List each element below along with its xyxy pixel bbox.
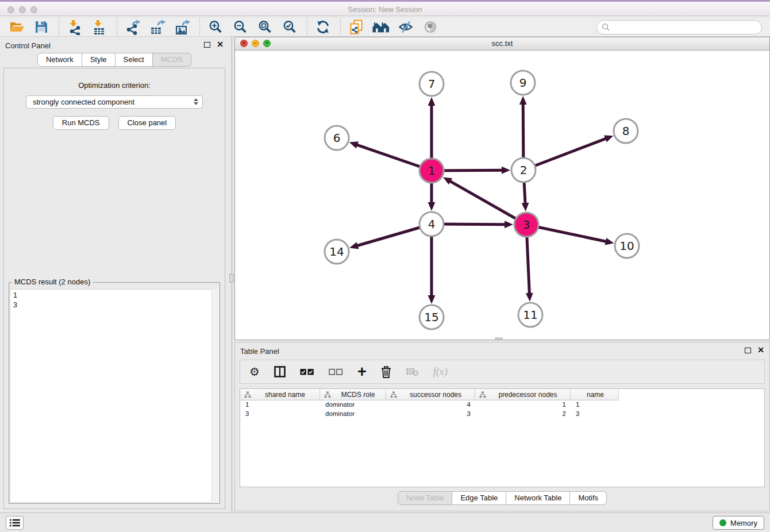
table-options-icon[interactable]: ⚙ <box>249 365 260 379</box>
column-header-name[interactable]: name <box>571 389 619 400</box>
create-column-icon[interactable]: + <box>357 366 367 377</box>
show-all-icon[interactable] <box>422 18 439 36</box>
delete-table-icon[interactable] <box>406 367 419 376</box>
edge-arrowhead <box>522 203 529 211</box>
float-panel-icon[interactable] <box>204 42 210 48</box>
table-cell[interactable]: 1 <box>571 400 619 410</box>
zoom-out-icon[interactable] <box>232 18 249 36</box>
node-label-6: 6 <box>333 131 341 145</box>
toolbar-separator <box>340 18 341 36</box>
show-hide-columns-icon[interactable] <box>274 366 286 377</box>
window-titlebar: Session: New Session <box>0 0 770 16</box>
window-title: Session: New Session <box>0 5 770 14</box>
table-cell[interactable]: 3 <box>240 410 320 419</box>
zoom-in-icon[interactable] <box>207 18 224 36</box>
table-row[interactable]: 3dominator323 <box>240 410 764 419</box>
list-icon <box>10 519 20 527</box>
hide-selected-icon[interactable] <box>397 18 414 36</box>
network-window-title: scc.txt <box>235 37 769 49</box>
table-cell[interactable]: 1 <box>475 400 571 410</box>
table-cell[interactable]: 4 <box>386 400 475 410</box>
open-session-icon[interactable] <box>8 18 25 36</box>
network-minimize-icon[interactable]: − <box>252 40 259 47</box>
node-label-15: 15 <box>424 310 438 324</box>
tab-node-table[interactable]: Node Table <box>398 491 453 505</box>
node-label-14: 14 <box>329 245 344 259</box>
select-all-icon[interactable] <box>300 368 314 376</box>
network-canvas[interactable]: 1234678910111415 <box>235 51 769 340</box>
network-window-titlebar[interactable]: × − + scc.txt <box>235 37 769 51</box>
result-scrollbar[interactable] <box>211 289 219 503</box>
splitter-grip[interactable] <box>229 273 234 283</box>
column-header-successor-nodes[interactable]: successor nodes <box>386 389 475 400</box>
run-mcds-button[interactable]: Run MCDS <box>53 116 109 130</box>
search-field <box>596 20 762 34</box>
edge-arrowhead <box>605 238 614 245</box>
column-header-predecessor-nodes[interactable]: predecessor nodes <box>475 389 571 400</box>
tab-motifs[interactable]: Motifs <box>570 491 607 505</box>
zoom-selected-icon[interactable] <box>281 18 298 36</box>
edge-arrowhead <box>428 295 436 304</box>
network-maximize-icon[interactable]: + <box>263 40 271 47</box>
node-label-2: 2 <box>520 163 528 177</box>
node-label-9: 9 <box>519 76 527 90</box>
column-header-shared-name[interactable]: shared name <box>240 389 320 400</box>
deselect-all-icon[interactable] <box>329 368 343 376</box>
save-session-icon[interactable] <box>33 18 50 36</box>
import-table-icon[interactable] <box>91 18 108 36</box>
node-label-8: 8 <box>622 124 630 138</box>
main-toolbar <box>0 18 770 37</box>
search-input[interactable] <box>596 20 762 34</box>
function-builder-icon[interactable]: f(x) <box>433 366 448 378</box>
toolbar-separator <box>117 18 117 36</box>
export-table-icon[interactable] <box>149 18 166 36</box>
table-cell[interactable]: 1 <box>240 400 320 410</box>
table-cell[interactable]: 2 <box>475 410 571 419</box>
criterion-dropdown[interactable]: strongly connected component <box>26 95 203 109</box>
canvas-resize-grip[interactable] <box>495 337 503 340</box>
node-table: shared nameMCDS rolesuccessor nodesprede… <box>240 388 765 487</box>
import-network-icon[interactable] <box>66 18 83 36</box>
export-network-icon[interactable] <box>124 18 141 36</box>
criterion-value: strongly connected component <box>33 98 134 106</box>
edge-2-8[interactable] <box>523 138 607 170</box>
node-label-3: 3 <box>523 218 530 232</box>
first-neighbors-icon[interactable] <box>372 18 390 36</box>
node-label-11: 11 <box>523 308 537 322</box>
tab-edge-table[interactable]: Edge Table <box>452 491 506 505</box>
mcds-result-title: MCDS result (2 nodes) <box>12 277 93 286</box>
table-cell[interactable]: 3 <box>386 410 475 419</box>
refresh-view-icon[interactable] <box>314 18 332 36</box>
zoom-fit-icon[interactable] <box>256 18 274 36</box>
tab-network-table[interactable]: Network Table <box>506 491 570 505</box>
tab-network[interactable]: Network <box>37 53 82 67</box>
close-panel-button[interactable]: Close panel <box>118 116 176 130</box>
export-image-icon[interactable] <box>174 18 191 36</box>
task-history-button[interactable] <box>6 516 24 530</box>
clone-network-icon[interactable] <box>348 18 365 36</box>
table-cell[interactable]: dominator <box>320 410 386 419</box>
tab-style[interactable]: Style <box>82 53 116 67</box>
tab-select[interactable]: Select <box>116 53 153 67</box>
network-close-icon[interactable]: × <box>240 40 248 47</box>
close-panel-icon[interactable]: ✕ <box>217 41 224 48</box>
tab-mcds[interactable]: MCDS <box>153 53 191 67</box>
close-table-panel-icon[interactable]: ✕ <box>757 347 764 353</box>
table-toolbar: ⚙ + <box>240 360 765 384</box>
table-cell[interactable]: 3 <box>571 410 619 419</box>
edge-3-1[interactable] <box>449 180 526 225</box>
memory-label: Memory <box>730 519 757 527</box>
table-panel-title: Table Panel <box>235 342 769 356</box>
table-row[interactable]: 1dominator411 <box>240 400 764 410</box>
mcds-panel: Optimization criterion: strongly connect… <box>3 68 225 509</box>
memory-button[interactable]: Memory <box>713 516 764 530</box>
table-cell[interactable]: dominator <box>320 400 386 410</box>
delete-column-icon[interactable] <box>381 366 391 378</box>
edge-arrowhead <box>349 141 359 148</box>
edge-arrowhead <box>505 221 513 228</box>
float-table-panel-icon[interactable] <box>745 348 751 353</box>
optimization-criterion-label: Optimization criterion: <box>4 81 225 90</box>
panel-splitter[interactable] <box>229 37 234 512</box>
mcds-result-text[interactable]: 1 3 <box>10 289 219 503</box>
column-header-MCDS-role[interactable]: MCDS role <box>320 389 386 400</box>
